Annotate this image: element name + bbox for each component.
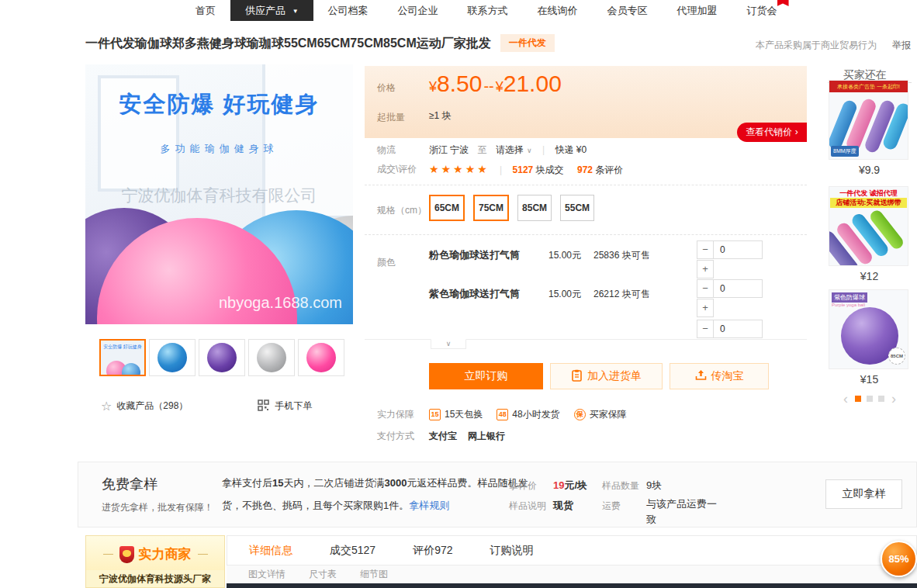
seller-name: 宁波优伽体育科技源头厂家 — [86, 570, 224, 587]
deal-count[interactable]: 5127 — [513, 164, 534, 175]
spec-options: 65CM 75CM 85CM 55CM — [429, 195, 594, 221]
sku-price: 15.00元 — [548, 249, 581, 262]
thumb-headline: 安全防爆 好玩健身 — [101, 344, 144, 351]
destination-value: 请选择 — [496, 144, 524, 155]
quantity-input[interactable] — [713, 320, 763, 338]
detail-tab[interactable]: 评价972 — [413, 536, 452, 565]
desc-bold: 15 — [272, 477, 283, 489]
strength-item-label: 15天包换 — [445, 408, 483, 421]
related-product-2-image: 一件代发 诚招代理 店铺活动:买就送绑带 — [829, 186, 908, 266]
spec-option-button[interactable]: 85CM — [517, 195, 552, 221]
taobao-label: 传淘宝 — [711, 369, 744, 383]
bull-shield-icon — [119, 546, 134, 563]
related-product-1[interactable]: 承接各类广告垫 一条起印! 8MM厚度 ¥9.9 — [829, 80, 910, 176]
detail-subtab[interactable]: 图文详情 — [248, 566, 285, 583]
report-link[interactable]: 举报 — [892, 40, 911, 50]
minus-button[interactable]: − — [697, 279, 714, 298]
spec-option-button[interactable]: 55CM — [560, 195, 594, 221]
order-now-button[interactable]: 立即订购 — [429, 363, 543, 389]
strength-item: 保 买家保障 — [574, 408, 627, 421]
nav-item-label: 公司档案 — [328, 5, 369, 16]
add-to-purchase-list-button[interactable]: 加入进货单 — [550, 363, 663, 389]
nav-item[interactable]: 代理加盟 — [663, 0, 732, 21]
pager-dot[interactable] — [855, 396, 861, 402]
nav-item[interactable]: 供应产品 ▼ — [230, 0, 313, 21]
view-consign-price-button[interactable]: 查看代销价 › — [737, 123, 807, 142]
related-product-3[interactable]: 紫色防爆球 Purple yoga ball 85CM ¥15 — [829, 289, 910, 386]
nav-item-label: 会员专区 — [607, 5, 648, 16]
spec-option-button[interactable]: 75CM — [473, 195, 509, 221]
related-product-2[interactable]: 一件代发 诚招代理 店铺活动:买就送绑带 ¥12 — [829, 186, 910, 282]
nav-item[interactable]: 联系方式 — [453, 0, 523, 21]
sku-stock: 25836 块可售 — [593, 249, 650, 262]
image-watermark: 宁波优伽体育科技有限公司 — [85, 185, 353, 206]
thumbnail-4[interactable] — [248, 339, 295, 376]
ship-from: 浙江 宁波 — [429, 144, 469, 155]
pager-prev-icon[interactable]: ‹ — [843, 392, 848, 406]
detail-tab[interactable]: 成交5127 — [330, 536, 375, 565]
detail-tab[interactable]: 订购说明 — [490, 536, 534, 565]
pager-next-icon[interactable]: › — [891, 392, 896, 406]
destination-select[interactable]: 请选择∨ — [496, 144, 532, 155]
minus-button[interactable]: − — [697, 320, 714, 338]
mobile-order[interactable]: 手机下单 — [258, 399, 312, 413]
moq-value: ≥1 块 — [429, 109, 452, 123]
minus-button[interactable]: − — [697, 240, 714, 259]
image-url-watermark: nbyoga.1688.com — [219, 294, 342, 312]
sample-desc-label: 样品说明 — [509, 500, 546, 513]
chevron-down-icon: ∨ — [527, 147, 532, 154]
detail-subtab[interactable]: 尺寸表 — [309, 566, 337, 583]
strength-item-label: 买家保障 — [590, 408, 627, 421]
size-badge: 85CM — [888, 348, 905, 365]
spec-option-button[interactable]: 65CM — [429, 195, 465, 221]
product-label-en: Purple yoga ball — [832, 303, 865, 307]
product-page: 首页 供应产品 ▼ 公司档案 公司企业 联 — [0, 0, 917, 588]
sample-rule-link[interactable]: 拿样规则 — [409, 500, 449, 511]
related-product-3-price: ¥15 — [829, 373, 910, 386]
thumbnail-1-selected[interactable]: 安全防爆 好玩健身 — [99, 339, 146, 376]
nav-item[interactable]: 公司企业 — [383, 0, 453, 21]
rating-stars-icon: ★★★★★ — [429, 163, 490, 175]
favorite-star-icon: ☆ — [101, 399, 112, 413]
currency-symbol: ¥ — [429, 79, 437, 95]
upload-icon — [695, 369, 707, 383]
pager-dot[interactable] — [878, 396, 884, 402]
nav-item[interactable]: 公司档案 — [313, 0, 383, 21]
expand-skus-button[interactable]: ∨ — [431, 339, 466, 349]
title-meta: 本产品采购属于商业贸易行为举报 — [756, 39, 911, 52]
send-to-taobao-button[interactable]: 传淘宝 — [670, 363, 769, 389]
pager-dot[interactable] — [867, 396, 873, 402]
logistics-label: 物流 — [377, 144, 396, 157]
nav-item[interactable]: 会员专区 — [593, 0, 663, 21]
thumbnail-5[interactable] — [298, 339, 344, 376]
sidebar-pager: ‹ › — [822, 392, 917, 406]
moq-label: 起批量 — [377, 111, 405, 124]
nav-item[interactable]: 首页 — [181, 0, 230, 21]
detail-subtab[interactable]: 细节图 — [360, 566, 388, 583]
desc-text: 天内，二次店铺进货满 — [283, 477, 384, 489]
seller-card[interactable]: 实力商家 宁波优伽体育科技源头厂家 — [85, 535, 225, 588]
deal-label: 成交\评价 — [377, 163, 417, 176]
thumbnail-2[interactable] — [149, 339, 196, 376]
quantity-input[interactable] — [713, 279, 763, 298]
sku-stock: 26212 块可售 — [593, 288, 650, 301]
detail-tab[interactable]: 详细信息 — [249, 536, 292, 565]
review-unit: 条评价 — [593, 164, 623, 175]
action-buttons: 立即订购 加入进货单 传淘宝 — [429, 363, 769, 389]
get-sample-button[interactable]: 立即拿样 — [825, 479, 902, 509]
favorite-button[interactable]: 收藏产品（298） — [116, 399, 188, 413]
free-sample-section: 免费拿样 进货先拿样，批发有保障！ 拿样支付后15天内，二次店铺进货满3000元… — [78, 462, 917, 527]
freight-label: 运费 — [602, 500, 621, 513]
thumbnail-3[interactable] — [199, 339, 245, 376]
review-count[interactable]: 972 — [577, 164, 593, 175]
main-product-image[interactable]: 安全防爆 好玩健身 多功能瑜伽健身球 宁波优伽体育科技有限公司 nbyoga.1… — [85, 64, 353, 324]
clipboard-icon — [571, 369, 583, 384]
sku-name: 紫色瑜伽球送打气筒 — [429, 287, 520, 301]
chevron-down-icon: ▼ — [292, 8, 299, 15]
deal-unit: 块成交 — [533, 164, 563, 175]
match-progress-badge[interactable]: 85% — [881, 541, 917, 577]
nav-item[interactable]: 订货会 — [732, 0, 792, 21]
nav-item[interactable]: 在线询价 — [523, 0, 593, 21]
payment-method: 支付宝 — [429, 430, 457, 443]
quantity-input[interactable] — [713, 240, 763, 259]
